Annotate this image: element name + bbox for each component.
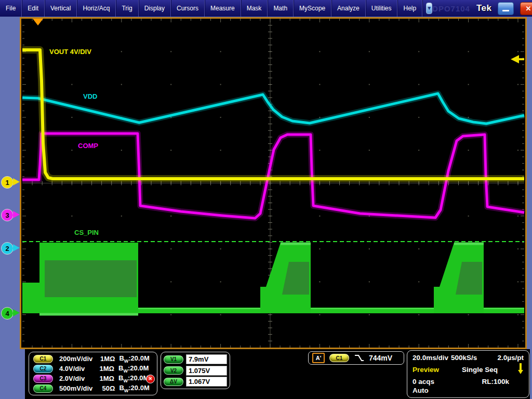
resolution-value: 2.0µs/pt bbox=[497, 354, 524, 362]
trigger-mode: Auto bbox=[413, 387, 429, 394]
acquisition-count: 0 acqs bbox=[413, 378, 434, 385]
channel-scale-value: 500mV/div bbox=[59, 384, 92, 392]
trace-label-vdd: VDD bbox=[83, 92, 97, 100]
channel-marker-1[interactable]: 1 bbox=[1, 176, 14, 189]
channel-marker-arrow-4 bbox=[13, 309, 20, 316]
channel-badge-c4: C4 bbox=[33, 384, 53, 393]
channel-marker-arrow-1 bbox=[13, 178, 20, 185]
menu-item-help[interactable]: Help bbox=[397, 0, 422, 17]
menu-bar: FileEditVerticalHoriz/AcqTrigDisplayCurs… bbox=[0, 0, 532, 17]
model-label: DPO7104 bbox=[432, 4, 470, 13]
waveform-display[interactable]: VOUT 4V/DIVVDDCOMPCS_PIN bbox=[20, 17, 527, 349]
cursor-row-1: V17.9mV bbox=[164, 354, 227, 364]
timebase-row: 20.0ms/div 500kS/s 2.0µs/pt bbox=[413, 354, 524, 362]
channel-marker-4[interactable]: 4 bbox=[1, 307, 14, 320]
cursor-row-3: ΔV1.067V bbox=[164, 377, 227, 387]
channel-bandwidth-value: BW:20.0M bbox=[119, 384, 153, 393]
channel-scale-value: 2.0V/div bbox=[59, 375, 91, 382]
channel-error-icon[interactable]: ✕ bbox=[146, 375, 155, 383]
timebase-value: 20.0ms/div bbox=[413, 354, 448, 362]
temperature-icon bbox=[517, 363, 524, 376]
readout-bar: C1200mV/div1MΩBW:20.0MC24.0V/div1MΩBW:20… bbox=[25, 349, 530, 399]
cursor-badge: ΔV bbox=[164, 378, 183, 386]
cursor-badge: V2 bbox=[164, 366, 183, 375]
menu-item-horizacq[interactable]: Horiz/Acq bbox=[77, 0, 116, 17]
menu-item-cursors[interactable]: Cursors bbox=[171, 0, 205, 17]
acquisition-mode-row: Preview Single Seq bbox=[413, 363, 524, 376]
close-button[interactable]: ✕ bbox=[520, 2, 532, 15]
trigger-position-marker[interactable] bbox=[33, 19, 43, 25]
horizontal-readout-panel[interactable]: 20.0ms/div 500kS/s 2.0µs/pt Preview Sing… bbox=[407, 350, 529, 398]
channel-readout-row-c2[interactable]: C24.0V/div1MΩBW:20.0M bbox=[33, 364, 153, 374]
preview-status: Preview bbox=[413, 366, 439, 374]
channel-scale-value: 200mV/div bbox=[59, 355, 92, 363]
menu-item-file[interactable]: File bbox=[0, 0, 22, 17]
menu-item-analyze[interactable]: Analyze bbox=[331, 0, 366, 17]
chevron-down-icon: ▼ bbox=[427, 6, 432, 11]
channel-impedance-value: 1MΩ bbox=[91, 375, 114, 382]
channel-impedance-value: 1MΩ bbox=[91, 365, 114, 373]
menu-item-myscope[interactable]: MyScope bbox=[294, 0, 331, 17]
channel-impedance-value: 50Ω bbox=[92, 384, 115, 392]
trigger-level-arrow bbox=[511, 55, 519, 63]
acquisition-mode: Single Seq bbox=[462, 366, 498, 374]
trigger-source-badge: C1 bbox=[329, 354, 349, 362]
menu-item-math[interactable]: Math bbox=[268, 0, 294, 17]
minimize-icon bbox=[502, 10, 509, 11]
menu-item-utilities[interactable]: Utilities bbox=[366, 0, 398, 17]
channel-badge-c3: C3 bbox=[33, 375, 53, 383]
trigger-a-badge: A' bbox=[312, 353, 325, 363]
acquisition-count-row: 0 acqs RL:100k bbox=[413, 378, 524, 385]
sample-rate-value: 500kS/s bbox=[451, 354, 477, 362]
menu-item-edit[interactable]: Edit bbox=[22, 0, 45, 17]
trigger-mode-row: Auto bbox=[413, 387, 524, 394]
channel-readout-row-c1[interactable]: C1200mV/div1MΩBW:20.0M bbox=[33, 354, 153, 364]
channel-readout-row-c3[interactable]: C32.0V/div1MΩBW:20.0M✕ bbox=[33, 374, 153, 383]
channel-bandwidth-value: BW:20.0M bbox=[118, 364, 153, 374]
channel-impedance-value: 1MΩ bbox=[92, 355, 115, 363]
title-bar-right: DPO7104 Tek ✕ bbox=[432, 2, 532, 15]
minimize-button[interactable] bbox=[498, 2, 514, 15]
channel-badge-c1: C1 bbox=[33, 355, 53, 363]
menu-item-mask[interactable]: Mask bbox=[241, 0, 268, 17]
trace-label-vout: VOUT 4V/DIV bbox=[49, 48, 91, 56]
channel-marker-arrow-2 bbox=[13, 244, 20, 251]
trace-cs-pin-burst-dim-2 bbox=[45, 260, 137, 297]
channel-readout-panel[interactable]: C1200mV/div1MΩBW:20.0MC24.0V/div1MΩBW:20… bbox=[29, 352, 157, 395]
menu-item-vertical[interactable]: Vertical bbox=[45, 0, 77, 17]
trigger-level-value: 744mV bbox=[369, 354, 392, 362]
cursor-value: 1.067V bbox=[186, 377, 227, 387]
menu-item-display[interactable]: Display bbox=[139, 0, 171, 17]
channel-badge-c2: C2 bbox=[33, 365, 53, 373]
record-length: RL:100k bbox=[482, 378, 509, 385]
cursor-readout-panel[interactable]: V17.9mVV21.075VΔV1.067V bbox=[161, 352, 230, 389]
trigger-readout-panel[interactable]: A' C1 744mV bbox=[308, 351, 404, 365]
menu-item-measure[interactable]: Measure bbox=[205, 0, 241, 17]
trigger-level-line bbox=[519, 58, 524, 60]
cursor-value: 1.075V bbox=[186, 366, 227, 376]
channel-marker-3[interactable]: 3 bbox=[1, 209, 14, 221]
tek-logo: Tek bbox=[476, 3, 492, 14]
cursor-row-2: V21.075V bbox=[164, 366, 227, 376]
channel-scale-value: 4.0V/div bbox=[59, 365, 91, 373]
trace-label-cs_pin: CS_PIN bbox=[74, 229, 99, 236]
menu-item-trig[interactable]: Trig bbox=[116, 0, 138, 17]
cursor-badge: V1 bbox=[164, 355, 183, 364]
cursor-value: 7.9mV bbox=[186, 354, 227, 364]
waveform-canvas: VOUT 4V/DIVVDDCOMPCS_PIN bbox=[21, 19, 525, 348]
channel-bandwidth-value: BW:20.0M bbox=[119, 354, 153, 364]
menu-overflow-button[interactable]: ▼ bbox=[426, 3, 432, 14]
trace-label-comp: COMP bbox=[78, 142, 98, 150]
menu-items: FileEditVerticalHoriz/AcqTrigDisplayCurs… bbox=[0, 0, 422, 17]
channel-readout-row-c4[interactable]: C4500mV/div50ΩBW:20.0M bbox=[33, 384, 153, 393]
channel-marker-2[interactable]: 2 bbox=[1, 242, 14, 255]
trace-cs-pin-burst-1 bbox=[22, 283, 39, 313]
falling-edge-icon bbox=[354, 354, 364, 362]
channel-marker-arrow-3 bbox=[13, 211, 20, 218]
